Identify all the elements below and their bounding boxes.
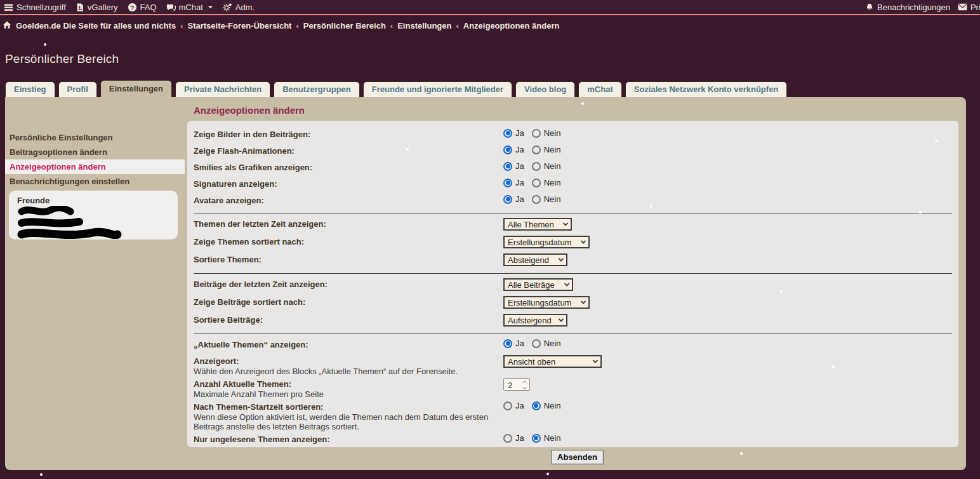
setting-label: Smilies als Grafiken anzeigen: (194, 163, 503, 172)
tab-benutzergruppen[interactable]: Benutzergruppen (274, 81, 360, 97)
radio-button-icon (503, 434, 512, 443)
setting-label-column: Zeige Themen sortiert nach: (194, 235, 503, 246)
radio-button-icon (503, 401, 512, 410)
tab-private-nachrichten[interactable]: Private Nachrichten (175, 81, 270, 97)
submit-button[interactable]: Absenden (551, 450, 604, 464)
setting-description: Maximale Anzahl Themen pro Seite (194, 389, 493, 399)
setting-row-avatare-anzeigen: Avatare anzeigen:JaNein (194, 193, 952, 210)
setting-label-column: Sortiere Beiträge: (194, 313, 503, 325)
dropdown-select[interactable]: Aufsteigend (503, 314, 567, 327)
tab-bar: EinstiegProfilEinstellungenPrivate Nachr… (5, 80, 787, 97)
sidebar-item-anzeigeoptionen-ndern[interactable]: Anzeigeoptionen ändern (5, 159, 185, 174)
question-icon: ? (128, 3, 137, 12)
chevron-down-icon (581, 299, 586, 304)
breadcrumb-item-startseite-foren-bersicht[interactable]: Startseite-Foren-Übersicht (187, 21, 291, 30)
radio-option-nein[interactable]: Nein (532, 145, 561, 154)
topbar-item-faq[interactable]: ?FAQ (128, 3, 157, 12)
home-icon (3, 20, 11, 31)
dropdown-select[interactable]: Absteigend (503, 253, 567, 266)
snow-dot (40, 473, 43, 476)
tab-freunde-und-ignorierte-mitglieder[interactable]: Freunde und ignorierte Mitglieder (363, 81, 512, 97)
spinner-up-icon (522, 381, 527, 385)
radio-option-nein[interactable]: Nein (532, 194, 561, 204)
dropdown-select[interactable]: Alle Themen (503, 218, 572, 231)
tab-video-blog[interactable]: Video blog (515, 81, 575, 97)
radio-option-ja[interactable]: Ja (503, 194, 524, 204)
radio-option-label: Ja (515, 128, 524, 138)
setting-label: Nach Themen-Startzeit sortieren: (194, 402, 503, 412)
dropdown-select[interactable]: Alle Beiträge (503, 278, 573, 291)
chevron-down-icon (593, 358, 598, 363)
sidebar-item-beitragsoptionen-ndern[interactable]: Beitragsoptionen ändern (5, 145, 185, 159)
tab-einstieg[interactable]: Einstieg (5, 81, 55, 97)
radio-option-nein[interactable]: Nein (532, 401, 561, 410)
radio-option-nein[interactable]: Nein (532, 178, 561, 187)
breadcrumb-item-pers-nlicher-bereich[interactable]: Persönlicher Bereich (303, 21, 386, 30)
setting-row-zeige-bilder-in-den-beitr-gen: Zeige Bilder in den Beiträgen:JaNein (194, 127, 952, 144)
sidebar-item-benachrichtigungen-einstellen[interactable]: Benachrichtigungen einstellen (5, 174, 185, 189)
radio-button-icon (532, 339, 541, 348)
radio-option-ja[interactable]: Ja (503, 128, 524, 138)
radio-option-nein[interactable]: Nein (532, 128, 561, 138)
radio-group: JaNein (503, 145, 560, 154)
setting-label: Sortiere Themen: (194, 255, 503, 264)
setting-control: JaNein (503, 400, 560, 410)
radio-option-nein[interactable]: Nein (532, 161, 561, 171)
radio-group: JaNein (503, 161, 560, 171)
tab-soziales-netzwerk-konto-verkn-pfen[interactable]: Soziales Netzwerk Konto verknüpfen (625, 81, 788, 97)
topbar-item-mchat[interactable]: mChat (166, 3, 213, 12)
radio-option-nein[interactable]: Nein (532, 433, 561, 443)
topbar-right-group: BenachrichtigungenPrivate Nachrichten (865, 0, 980, 14)
setting-control: JaNein (503, 144, 560, 154)
setting-row-nur-ungelesene-themen-anzeigen: Nur ungelesene Themen anzeigen:JaNein (194, 432, 952, 447)
radio-option-label: Nein (544, 194, 561, 204)
setting-label-column: Signaturen anzeigen: (194, 177, 503, 189)
radio-button-icon (503, 162, 512, 171)
number-spinner[interactable] (520, 379, 529, 390)
tab-einstellungen[interactable]: Einstellungen (100, 80, 172, 97)
radio-option-nein[interactable]: Nein (532, 339, 561, 348)
radio-option-label: Nein (544, 339, 561, 348)
setting-row-sortiere-themen: Sortiere Themen:Absteigend (194, 252, 952, 270)
topbar-item-private-nachrichten[interactable]: Private Nachrichten (958, 3, 980, 12)
setting-row-anzeigeort: Anzeigeort:Wähle den Anzeigeort des Bloc… (194, 354, 952, 377)
setting-row-zeige-flash-animationen: Zeige Flash-Animationen:JaNein (194, 144, 952, 160)
tab-profil[interactable]: Profil (58, 81, 97, 97)
dropdown-select[interactable]: Erstellungsdatum (503, 236, 590, 248)
breadcrumb-item-goelden-de-die-seite-f-r-alles-und-nichts[interactable]: Goelden.de Die Seite für alles und nicht… (16, 21, 176, 30)
radio-button-icon (532, 162, 541, 171)
number-input[interactable]: 2 (503, 378, 530, 391)
chat-icon (166, 3, 176, 12)
page-title: Persönlicher Bereich (5, 52, 119, 66)
topbar-item-vgallery[interactable]: vGallery (76, 3, 118, 12)
tab-mchat[interactable]: mChat (578, 81, 621, 97)
setting-label: Zeige Bilder in den Beiträgen: (194, 130, 503, 139)
radio-option-label: Nein (544, 128, 561, 138)
radio-option-ja[interactable]: Ja (503, 433, 524, 443)
radio-option-ja[interactable]: Ja (503, 161, 524, 171)
radio-option-label: Ja (515, 401, 524, 410)
setting-control: JaNein (503, 161, 560, 171)
section-heading: Anzeigeoptionen ändern (194, 105, 305, 116)
breadcrumb-item-einstellungen[interactable]: Einstellungen (397, 21, 451, 30)
setting-label: Sortiere Beiträge: (194, 315, 503, 325)
topbar-item-adm[interactable]: Adm. (223, 3, 255, 12)
snow-dot (546, 473, 549, 475)
dropdown-select[interactable]: Erstellungsdatum (503, 296, 590, 309)
dropdown-select[interactable]: Ansicht oben (503, 355, 602, 368)
dropdown-selected-value: Alle Beiträge (508, 280, 555, 290)
radio-option-ja[interactable]: Ja (503, 339, 524, 348)
topbar-item-label: mChat (179, 3, 203, 12)
sidebar-item-pers-nliche-einstellungen[interactable]: Persönliche Einstellungen (5, 130, 185, 145)
breadcrumb-item-anzeigeoptionen-ndern[interactable]: Anzeigeoptionen ändern (463, 21, 560, 30)
setting-control: Alle Beiträge (503, 278, 573, 291)
topbar-item-benachrichtigungen[interactable]: Benachrichtigungen (865, 3, 950, 12)
radio-option-ja[interactable]: Ja (503, 145, 524, 154)
radio-option-ja[interactable]: Ja (503, 401, 524, 410)
setting-label: Themen der letzten Zeit anzeigen: (194, 219, 503, 229)
setting-label: Signaturen anzeigen: (194, 179, 503, 189)
radio-option-ja[interactable]: Ja (503, 178, 524, 187)
topbar-item-schnellzugriff[interactable]: Schnellzugriff (4, 3, 66, 12)
setting-row-signaturen-anzeigen: Signaturen anzeigen:JaNein (194, 177, 952, 193)
settings-section-4: „Aktuelle Themen“ anzeigen:JaNeinAnzeige… (194, 334, 952, 447)
